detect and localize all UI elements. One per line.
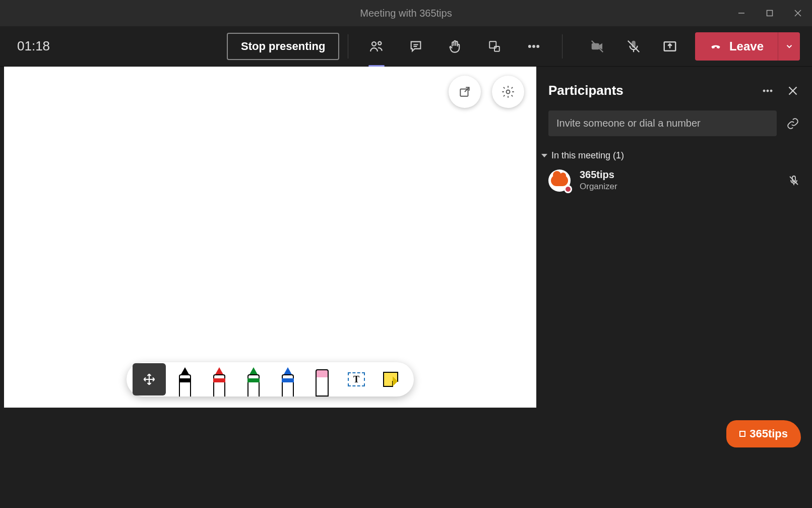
avatar — [548, 170, 571, 192]
sticky-note-tool[interactable] — [373, 362, 408, 397]
leave-button-label: Leave — [729, 39, 764, 53]
window-controls — [727, 0, 812, 26]
share-screen-icon[interactable] — [659, 35, 681, 58]
watermark-badge: 365tips — [726, 420, 801, 447]
breakout-rooms-icon[interactable] — [483, 35, 506, 58]
chat-icon[interactable] — [405, 35, 427, 58]
participants-header: Participants — [548, 83, 800, 98]
svg-point-22 — [767, 90, 769, 92]
toolbar-right-icons: Leave — [586, 32, 800, 61]
svg-point-23 — [770, 90, 772, 92]
caret-down-icon — [541, 154, 547, 157]
svg-point-10 — [529, 45, 531, 47]
pen-red-tool[interactable] — [202, 362, 236, 397]
leave-button[interactable]: Leave — [695, 32, 778, 61]
toolbar-center-icons — [348, 26, 563, 66]
pen-green-tool[interactable] — [236, 362, 271, 397]
below-whiteboard — [0, 408, 536, 508]
svg-point-4 — [372, 42, 376, 46]
svg-rect-1 — [767, 11, 773, 16]
participant-mic-muted-icon — [788, 175, 800, 187]
camera-off-icon[interactable] — [586, 35, 608, 58]
leave-button-group: Leave — [695, 32, 800, 61]
pen-black-tool[interactable] — [168, 362, 202, 397]
participants-title: Participants — [548, 83, 623, 98]
participant-name: 365tips — [580, 169, 779, 181]
window-minimize-button[interactable] — [727, 0, 756, 26]
presence-badge — [564, 185, 572, 193]
meeting-toolbar: 01:18 Stop presenting — [0, 26, 812, 67]
whiteboard-top-actions — [449, 76, 524, 108]
svg-rect-8 — [489, 41, 496, 48]
pen-blue-tool[interactable] — [271, 362, 305, 397]
svg-point-20 — [507, 90, 510, 94]
svg-point-5 — [378, 41, 381, 44]
svg-point-12 — [537, 45, 539, 47]
participant-row[interactable]: 365tips Organizer — [548, 169, 800, 192]
stop-presenting-button[interactable]: Stop presenting — [227, 33, 339, 60]
window-title: Meeting with 365tips — [360, 8, 452, 19]
watermark-icon — [739, 431, 745, 437]
svg-point-11 — [533, 45, 535, 47]
participants-more-icon[interactable] — [761, 84, 775, 98]
text-tool[interactable]: T — [339, 362, 373, 397]
more-icon[interactable] — [523, 35, 545, 58]
divider — [348, 34, 348, 59]
titlebar: Meeting with 365tips — [0, 0, 812, 26]
invite-row — [548, 110, 800, 136]
app-window: Meeting with 365tips 01:18 Stop presenti… — [0, 0, 812, 508]
divider — [562, 34, 563, 59]
window-close-button[interactable] — [784, 0, 812, 26]
svg-point-21 — [763, 90, 765, 92]
whiteboard-canvas[interactable]: T — [4, 67, 536, 408]
participant-role: Organizer — [580, 182, 779, 192]
mic-off-icon[interactable] — [622, 35, 645, 58]
whiteboard-export-button[interactable] — [449, 76, 481, 108]
close-participants-icon[interactable] — [786, 84, 800, 98]
window-maximize-button[interactable] — [756, 0, 784, 26]
watermark-label: 365tips — [749, 427, 788, 440]
participants-header-actions — [761, 84, 800, 98]
raise-hand-icon[interactable] — [444, 35, 466, 58]
copy-link-icon[interactable] — [786, 117, 800, 131]
meeting-body: T Participants — [0, 67, 812, 508]
move-tool[interactable] — [133, 363, 166, 396]
in-meeting-label: In this meeting (1) — [551, 150, 624, 161]
eraser-tool[interactable] — [305, 362, 339, 397]
people-icon[interactable] — [365, 35, 388, 58]
invite-input[interactable] — [548, 110, 777, 136]
leave-more-button[interactable] — [778, 32, 800, 61]
whiteboard-toolbar: T — [127, 362, 414, 397]
meeting-duration: 01:18 — [17, 38, 50, 54]
participant-text: 365tips Organizer — [580, 169, 779, 192]
whiteboard-settings-button[interactable] — [492, 76, 524, 108]
presentation-area: T — [0, 67, 536, 508]
in-meeting-section-header[interactable]: In this meeting (1) — [541, 150, 800, 161]
svg-rect-9 — [494, 46, 499, 51]
participants-panel: Participants In this meetin — [536, 67, 812, 508]
